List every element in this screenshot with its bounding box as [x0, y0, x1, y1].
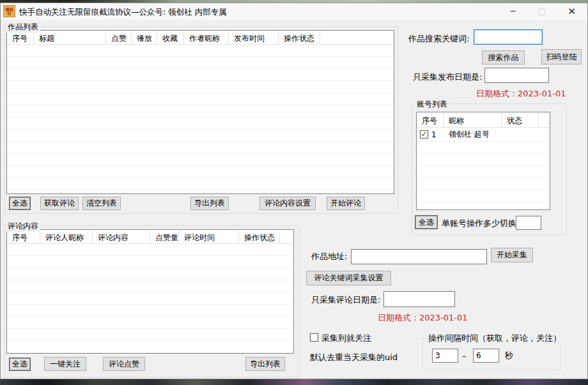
accounts-group-title: 账号列表 [415, 99, 449, 110]
close-button-icon[interactable]: ✕ [556, 3, 587, 20]
work-search-keyword-label: 作品搜索关键词: [408, 33, 469, 45]
comment-date-input[interactable] [383, 291, 455, 307]
interval-unit-label: 秒 [505, 350, 513, 361]
works-column-header[interactable]: 作者昵称 [184, 31, 229, 44]
works-table-header: 序号 标题 点赞 播放 收藏 作者昵称 发布时间 操作状态 [7, 31, 394, 45]
publish-date-input[interactable] [484, 68, 549, 83]
works-select-all-button[interactable]: 全选 [9, 197, 31, 210]
follow-on-collect-label: 采集到就关注 [321, 333, 371, 344]
comment-date-label: 只采集评论日期是: [311, 294, 380, 306]
start-comment-button[interactable]: 开始评论 [327, 197, 365, 210]
comment-keyword-collect-settings-button[interactable]: 评论关键词采集设置 [306, 271, 391, 285]
works-group-title: 作品列表 [6, 22, 40, 33]
accounts-table[interactable]: 序号 昵称 状态 ✓ 1 领创社 超哥 [416, 112, 550, 210]
titlebar[interactable]: 领创社 快手自动关注无限留痕截流协议—公众号: 领创社 内部专属 ─ □ ✕ [1, 3, 587, 20]
comments-table-header: 序号 评论人昵称 评论内容 点赞量 评论时间 操作状态 [7, 230, 293, 244]
comment-content-settings-button[interactable]: 评论内容设置 [259, 197, 316, 210]
publish-date-label: 只采集发布日期是: [413, 72, 482, 83]
comments-table[interactable]: 序号 评论人昵称 评论内容 点赞量 评论时间 操作状态 [6, 229, 294, 354]
app-icon: 领创社 [3, 5, 15, 17]
window-title: 快手自动关注无限留痕截流协议—公众号: 领创社 内部专属 [19, 7, 227, 18]
accounts-table-body[interactable] [417, 142, 550, 209]
qr-login-button[interactable]: 扫码登陆 [541, 49, 582, 64]
works-export-list-button[interactable]: 导出列表 [190, 197, 229, 210]
work-url-input[interactable] [351, 249, 487, 264]
works-column-header[interactable]: 点赞 [106, 31, 132, 44]
accounts-column-header[interactable]: 昵称 [444, 112, 502, 127]
desktop-wallpaper-bottom [0, 379, 588, 385]
publish-date-format-hint: 日期格式：2023-01-01 [476, 88, 566, 100]
account-switch-input[interactable] [516, 216, 541, 230]
work-search-keyword-input[interactable] [474, 29, 543, 45]
works-column-header[interactable]: 发布时间 [229, 31, 279, 44]
account-checkbox[interactable]: ✓ [420, 130, 428, 139]
comments-column-header[interactable]: 评论内容 [93, 230, 150, 243]
comments-group-title: 评论内容 [6, 221, 40, 232]
interval-min-input[interactable] [432, 349, 458, 363]
works-column-header[interactable]: 序号 [7, 31, 34, 44]
accounts-column-header[interactable]: 序号 [417, 112, 444, 127]
search-works-button[interactable]: 搜索作品 [482, 50, 525, 64]
desktop: 领创社 快手自动关注无限留痕截流协议—公众号: 领创社 内部专属 ─ □ ✕ 作… [0, 0, 588, 385]
follow-on-collect-checkbox[interactable] [310, 333, 318, 342]
comments-select-all-button[interactable]: 全选 [9, 358, 31, 371]
dedupe-note: 默认去重当天采集的uid [310, 352, 398, 363]
account-no: 1 [431, 130, 437, 139]
works-column-header[interactable]: 收藏 [157, 31, 184, 44]
comments-column-header[interactable]: 点赞量 [150, 230, 179, 243]
accounts-table-header: 序号 昵称 状态 [417, 112, 550, 128]
comments-table-body[interactable] [7, 244, 293, 353]
comment-date-format-hint: 日期格式：2023-01-01 [378, 312, 468, 324]
interval-separator: – [462, 351, 467, 361]
accounts-column-header[interactable]: 状态 [502, 112, 539, 127]
comments-column-header[interactable]: 评论人昵称 [40, 230, 93, 243]
comments-column-header[interactable]: 序号 [7, 230, 40, 243]
works-table-body[interactable] [7, 45, 394, 193]
comments-column-header[interactable]: 评论时间 [179, 230, 239, 243]
works-column-header[interactable]: 播放 [132, 31, 157, 44]
start-collect-button[interactable]: 开始采集 [491, 248, 533, 262]
works-column-header[interactable]: 标题 [34, 31, 106, 44]
account-row[interactable]: ✓ 1 领创社 超哥 [417, 128, 550, 142]
interval-max-input[interactable] [473, 349, 499, 363]
app-window: 领创社 快手自动关注无限留痕截流协议—公众号: 领创社 内部专属 ─ □ ✕ 作… [0, 3, 588, 379]
maximize-button-icon: □ [527, 3, 556, 20]
account-nickname: 领创社 超哥 [444, 129, 502, 140]
works-column-header[interactable]: 操作状态 [279, 31, 320, 44]
work-url-label: 作品地址: [311, 251, 347, 262]
works-column-header-filler [320, 31, 394, 44]
one-click-follow-button[interactable]: 一键关注 [44, 357, 86, 371]
works-table[interactable]: 序号 标题 点赞 播放 收藏 作者昵称 发布时间 操作状态 [6, 30, 394, 194]
interval-group-title: 操作间隔时间（获取，评论，关注） [426, 333, 563, 344]
comments-column-header-filler [280, 230, 293, 243]
minimize-button-icon[interactable]: ─ [499, 3, 527, 20]
clear-list-button[interactable]: 清空列表 [82, 197, 121, 210]
account-switch-label: 单账号操作多少切换: [442, 218, 519, 229]
like-comments-button[interactable]: 评论点赞 [103, 357, 145, 371]
accounts-column-header-filler [539, 112, 550, 127]
comments-column-header[interactable]: 操作状态 [239, 230, 280, 243]
comments-export-list-button[interactable]: 导出列表 [245, 357, 285, 371]
get-comments-button[interactable]: 获取评论 [40, 197, 79, 210]
accounts-select-all-button[interactable]: 全选 [415, 215, 438, 229]
